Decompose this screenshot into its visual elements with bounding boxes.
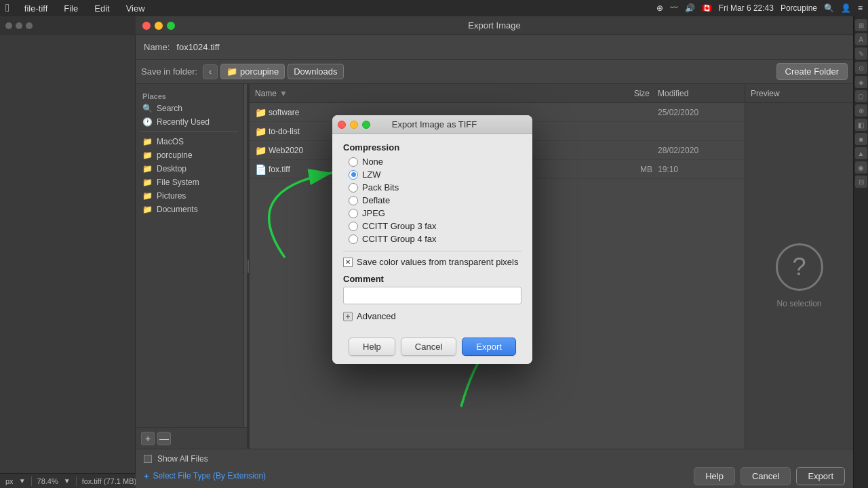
remove-place-button[interactable]: — — [157, 432, 171, 445]
create-folder-button[interactable]: Create Folder — [776, 63, 848, 80]
folder-icon: 📁 — [142, 164, 153, 174]
compression-lzw[interactable]: LZW — [349, 169, 521, 180]
fc-name-value[interactable]: fox1024.tiff — [176, 42, 845, 52]
unit-selector[interactable]: px — [5, 477, 14, 485]
app-icon-12[interactable]: ⊟ — [855, 176, 867, 188]
search-icon[interactable]: 🔍 — [824, 3, 834, 13]
app-icon-4[interactable]: ⊙ — [855, 62, 867, 74]
show-all-files-checkbox[interactable] — [144, 455, 152, 463]
close-button[interactable] — [142, 22, 151, 30]
signal-icon: 〰 — [670, 3, 678, 13]
window-title: Export Image — [468, 20, 520, 30]
radio-jpeg[interactable] — [349, 209, 358, 218]
select-file-type-label[interactable]: Select File Type (By Extension) — [153, 471, 267, 481]
add-place-button[interactable]: + — [141, 432, 155, 445]
sidebar-item-macos[interactable]: 📁 MacOS — [136, 135, 243, 148]
handle-dots — [248, 260, 249, 273]
comment-input[interactable] — [343, 287, 521, 304]
maximize-button[interactable] — [167, 22, 175, 30]
sidebar-item-recently-used[interactable]: 🕐 Recently Used — [136, 115, 243, 129]
sidebar-item-filesystem[interactable]: 📁 File System — [136, 176, 243, 189]
etd-titlebar: Export Image as TIFF — [332, 115, 532, 134]
compression-packbits[interactable]: Pack Bits — [349, 182, 521, 192]
etd-help-button[interactable]: Help — [349, 338, 395, 356]
filename-info: fox.tiff (77.1 MB) — [82, 477, 137, 485]
minimize-button[interactable] — [155, 22, 163, 30]
app-icon-5[interactable]: ◈ — [855, 76, 867, 88]
menubar:  file-tiff File Edit View ⊕ 〰 🔊 🇨🇦 Fri … — [0, 0, 868, 16]
folder-icon: 📁 — [255, 145, 269, 156]
show-all-files-label: Show All Files — [157, 454, 208, 464]
app-icon-3[interactable]: ✎ — [855, 47, 867, 60]
folder-icon: 📁 — [142, 137, 153, 146]
compression-none[interactable]: None — [349, 157, 521, 167]
export-tiff-dialog: Export Image as TIFF Compression None LZ… — [332, 115, 532, 364]
radio-none[interactable] — [349, 157, 358, 167]
places-label: Places — [136, 89, 243, 102]
etd-cancel-button[interactable]: Cancel — [401, 338, 456, 356]
expand-file-type-icon[interactable]: + — [144, 471, 149, 481]
col-size-header[interactable]: Size — [601, 89, 655, 98]
app-icon-6[interactable]: ⬡ — [855, 90, 867, 102]
fc-breadcrumb-downloads[interactable]: Downloads — [288, 64, 343, 79]
menu-icon[interactable]: ≡ — [858, 3, 863, 13]
advanced-row[interactable]: + Advanced — [343, 311, 521, 321]
fc-breadcrumb-nav: Save in folder: ‹ 📁 porcupine Downloads … — [136, 60, 853, 84]
app-icon-8[interactable]: ◧ — [855, 119, 867, 131]
compression-label: Compression — [343, 142, 521, 152]
folder-icon: 📁 — [255, 126, 269, 137]
etd-divider — [343, 251, 521, 251]
zoom-level[interactable]: 78.4% — [37, 477, 58, 485]
fc-footer-row2: + Select File Type (By Extension) Help C… — [144, 467, 845, 485]
etd-export-button[interactable]: Export — [462, 338, 516, 356]
window-titlebar: Export Image — [136, 16, 853, 35]
folder-icon: 📁 — [142, 191, 153, 201]
app-icon-10[interactable]: ▲ — [855, 147, 867, 159]
unit-dropdown-icon[interactable]: ▼ — [19, 477, 26, 485]
zoom-dropdown-icon[interactable]: ▼ — [64, 477, 71, 485]
app-icon-2[interactable]: A — [855, 33, 867, 45]
radio-deflate[interactable] — [349, 196, 358, 205]
statusbar-divider-1 — [31, 476, 32, 486]
sidebar-item-search[interactable]: 🔍 Search — [136, 102, 243, 115]
col-modified-header[interactable]: Modified — [658, 89, 739, 98]
col-name-header[interactable]: Name ▼ — [255, 89, 598, 98]
sidebar-item-documents[interactable]: 📁 Documents — [136, 203, 243, 216]
apple-menu[interactable]:  — [5, 2, 9, 14]
sidebar-item-pictures[interactable]: 📁 Pictures — [136, 189, 243, 203]
save-color-checkbox[interactable]: ✕ — [343, 258, 353, 267]
radio-packbits[interactable] — [349, 183, 358, 192]
menubar-right: ⊕ 〰 🔊 🇨🇦 Fri Mar 6 22:43 Porcupine 🔍 👤 ≡ — [656, 3, 863, 13]
advanced-expand-button[interactable]: + — [343, 312, 353, 321]
compression-deflate[interactable]: Deflate — [349, 195, 521, 205]
save-color-row[interactable]: ✕ Save color values from transparent pix… — [343, 257, 521, 267]
app-icon-9[interactable]: ■ — [855, 133, 867, 145]
radio-ccitt3[interactable] — [349, 222, 358, 231]
menubar-file[interactable]: File — [60, 3, 82, 14]
sidebar-separator — [141, 131, 238, 132]
sidebar-item-desktop[interactable]: 📁 Desktop — [136, 162, 243, 176]
help-button[interactable]: Help — [694, 467, 735, 485]
app-icon-7[interactable]: ⊕ — [855, 104, 867, 117]
compression-ccitt4[interactable]: CCITT Group 4 fax — [349, 234, 521, 244]
radio-ccitt4[interactable] — [349, 235, 358, 244]
recent-icon: 🕐 — [142, 117, 153, 127]
etd-title: Export Image as TIFF — [342, 119, 527, 129]
compression-jpeg[interactable]: JPEG — [349, 208, 521, 218]
fc-sidebar-bottom: + — — [136, 427, 247, 449]
app-icon-1[interactable]: ⊞ — [855, 19, 867, 31]
fc-nav-back-button[interactable]: ‹ — [203, 64, 218, 79]
menubar-app-name[interactable]: file-tiff — [20, 3, 52, 14]
menubar-edit[interactable]: Edit — [90, 3, 113, 14]
fc-breadcrumb-porcupine[interactable]: 📁 porcupine — [220, 64, 285, 79]
radio-lzw[interactable] — [349, 170, 358, 180]
compression-ccitt3[interactable]: CCITT Group 3 fax — [349, 221, 521, 231]
fc-preview-panel: Preview ? No selection — [745, 84, 853, 449]
menubar-view[interactable]: View — [122, 3, 149, 14]
left-panel — [0, 35, 136, 473]
cancel-button[interactable]: Cancel — [741, 467, 791, 485]
export-button[interactable]: Export — [796, 467, 845, 485]
app-icon-11[interactable]: ◉ — [855, 161, 867, 174]
sidebar-item-porcupine[interactable]: 📁 porcupine — [136, 148, 243, 162]
fc-filelist-header: Name ▼ Size Modified — [250, 84, 745, 103]
